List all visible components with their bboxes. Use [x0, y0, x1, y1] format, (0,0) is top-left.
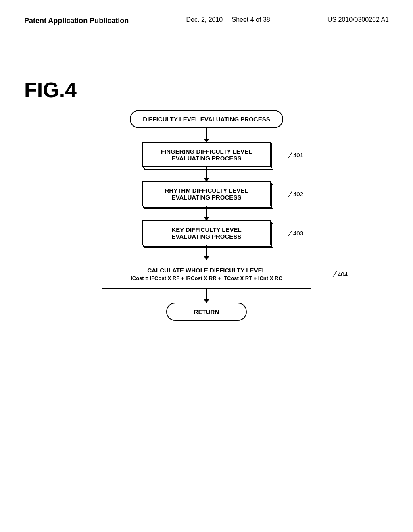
step-404-row: CALCULATE WHOLE DIFFICULTY LEVEL iCost =…: [102, 260, 311, 289]
sheet-info: Sheet 4 of 38: [232, 16, 270, 23]
step-404-line2: iCost = iFCost X RF + iRCost X RR + iTCo…: [115, 275, 298, 281]
start-node: DIFFICULTY LEVEL EVALUATING PROCESS: [130, 110, 283, 128]
arrow-3: [206, 206, 207, 220]
step-402-box: RHYTHM DIFFICULTY LEVELEVALUATING PROCES…: [142, 181, 271, 206]
arrow-4: [206, 245, 207, 260]
patent-number: US 2010/0300262 A1: [327, 16, 389, 23]
step-404-line1: CALCULATE WHOLE DIFFICULTY LEVEL: [115, 267, 298, 274]
page: Patent Application Publication Dec. 2, 2…: [0, 0, 413, 532]
end-node: RETURN: [166, 303, 247, 321]
step-404: CALCULATE WHOLE DIFFICULTY LEVEL iCost =…: [102, 260, 311, 289]
arrow-5: [206, 289, 207, 303]
step-402: RHYTHM DIFFICULTY LEVELEVALUATING PROCES…: [142, 181, 271, 206]
ref-402: ∕ 402: [290, 189, 303, 198]
header: Patent Application Publication Dec. 2, 2…: [24, 16, 389, 29]
step-403: KEY DIFFICULTY LEVELEVALUATING PROCESS: [142, 220, 271, 245]
ref-401: ∕ 401: [290, 150, 303, 159]
arrow-2: [206, 167, 207, 181]
diagram: DIFFICULTY LEVEL EVALUATING PROCESS FING…: [24, 110, 389, 321]
ref-404: ∕ 404: [334, 270, 348, 278]
step-403-row: KEY DIFFICULTY LEVELEVALUATING PROCESS ∕…: [142, 220, 271, 245]
step-401-box: FINGERING DIFFICULTY LEVELEVALUATING PRO…: [142, 142, 271, 167]
step-401-row: FINGERING DIFFICULTY LEVELEVALUATING PRO…: [142, 142, 271, 167]
figure-label: FIG.4: [24, 78, 389, 102]
publication-title: Patent Application Publication: [24, 16, 129, 25]
step-401: FINGERING DIFFICULTY LEVELEVALUATING PRO…: [142, 142, 271, 167]
step-403-box: KEY DIFFICULTY LEVELEVALUATING PROCESS: [142, 220, 271, 245]
step-402-row: RHYTHM DIFFICULTY LEVELEVALUATING PROCES…: [142, 181, 271, 206]
arrow-1: [206, 128, 207, 142]
ref-403: ∕ 403: [290, 229, 303, 237]
publication-date: Dec. 2, 2010 Sheet 4 of 38: [186, 16, 270, 23]
